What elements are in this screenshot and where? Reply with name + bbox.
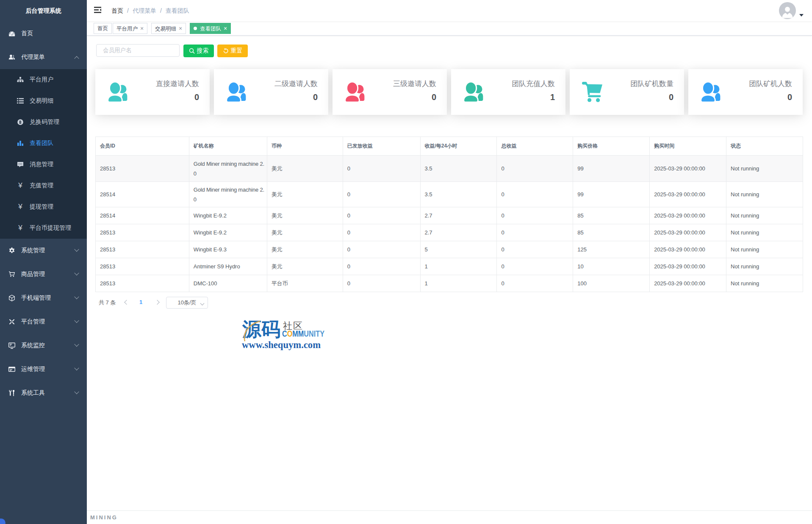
svg-text:COMMUNITY: COMMUNITY (282, 329, 324, 338)
svg-text:www.shequym.com: www.shequym.com (242, 340, 321, 350)
